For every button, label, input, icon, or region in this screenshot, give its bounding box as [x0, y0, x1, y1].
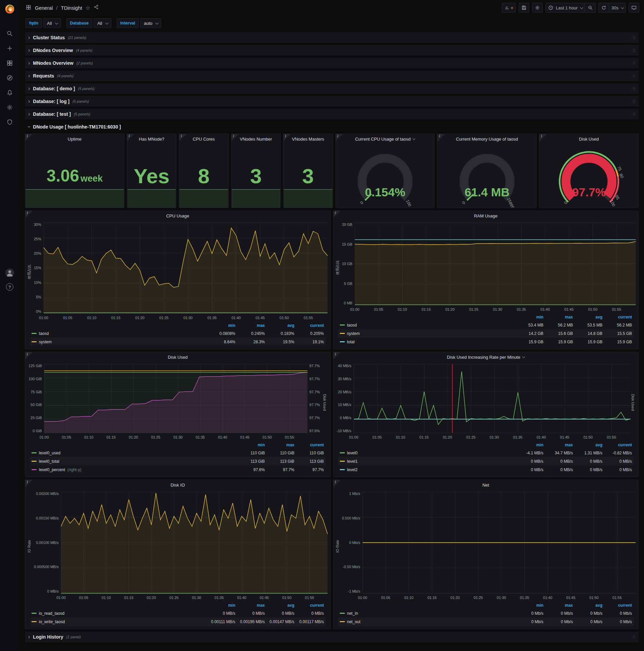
legend-row[interactable]: level0_total113 GiB113 GiB113 GiB — [30, 457, 326, 465]
chart-row-1: i CPU Usage 使用占比 30%25%20%15%10%5%0% 01:… — [25, 210, 639, 349]
drag-handle-icon[interactable]: ⠿ — [632, 112, 635, 117]
panel-title[interactable]: Current Memory Usage of taosd — [438, 134, 536, 144]
legend-row[interactable]: level0_used110 GiB110 GiB110 GiB — [30, 448, 326, 457]
panel-title[interactable]: Disk IO — [25, 480, 330, 490]
chevron-right-icon: › — [28, 73, 30, 79]
time-range-label: Last 1 hour — [556, 5, 578, 10]
drag-handle-icon[interactable]: ⠿ — [632, 73, 635, 79]
legend-row[interactable]: taosd53.4 MB56.2 MB53.5 MB56.2 MB — [338, 321, 634, 329]
row-requests[interactable]: ›Requests(4 panels)⠿ — [25, 70, 639, 81]
legend[interactable]: minmaxavgcurrentnet_in0 Mb/s0 Mb/s0 Mb/s… — [333, 601, 639, 629]
panel-title[interactable]: VNodes Masters — [283, 134, 332, 144]
drag-handle-icon[interactable]: ⠿ — [632, 99, 635, 104]
legend-row[interactable]: system14.2 GB15.6 GB14.8 GB15.5 GB — [338, 329, 634, 338]
row-cluster-status[interactable]: ›Cluster Status(21 panels)⠿ — [25, 32, 639, 43]
panel-title[interactable]: Current CPU Usage of taosd — [336, 134, 435, 144]
drag-handle-icon[interactable]: ⠿ — [632, 48, 635, 53]
panel-title[interactable]: CPU Usage — [25, 211, 330, 221]
panel-title[interactable]: Net — [333, 480, 639, 490]
panel-title[interactable]: Disk Used — [539, 134, 638, 144]
legend[interactable]: minmaxcurrentlevel0_used110 GiB110 GiB11… — [25, 440, 330, 477]
variable-fqdn-value[interactable]: All — [43, 18, 61, 28]
star-icon[interactable]: ☆ — [86, 5, 90, 11]
drag-handle-icon[interactable]: ⠿ — [632, 35, 635, 40]
search-icon[interactable] — [6, 30, 14, 38]
legend-row[interactable]: total15.9 GB15.9 GB15.9 GB15.9 GB — [338, 338, 634, 346]
legend-row[interactable]: net_in0 Mb/s0 Mb/s0 Mb/s0 Mb/s — [338, 609, 634, 617]
cycle-view-mode-button[interactable] — [629, 3, 639, 13]
create-plus-icon[interactable] — [6, 44, 14, 52]
panel-menu-caret-icon[interactable] — [413, 137, 415, 140]
refresh-interval-picker[interactable]: 30s — [609, 3, 626, 13]
refresh-button[interactable] — [599, 3, 609, 13]
plot-area[interactable] — [362, 492, 636, 593]
variable-interval-value[interactable]: auto — [140, 18, 161, 28]
explore-compass-icon[interactable] — [6, 74, 14, 82]
row-database-test[interactable]: ›Database: [ test ](5 panels)⠿ — [25, 109, 639, 120]
row-dnode-usage[interactable]: ›DNode Usage [ huolinhe-TM1701:6030 ] — [25, 122, 639, 132]
row-mnodes-overview[interactable]: ›MNodes Overview(2 panels)⠿ — [25, 58, 639, 68]
plot-area[interactable] — [43, 223, 327, 313]
legend[interactable]: minmaxavgcurrentio_read_taosd0 MB/s0 MB/… — [25, 601, 330, 629]
alerting-bell-icon[interactable] — [6, 89, 14, 97]
legend-row[interactable]: io_write_taosd0.00111 MB/s0.00195 MB/s0.… — [30, 617, 326, 626]
legend[interactable]: minmaxavgcurrenttaosd0.0808%0.245%0.183%… — [25, 321, 330, 349]
plot-area[interactable] — [354, 364, 630, 433]
sidebar: ? — [0, 0, 20, 651]
drag-handle-icon[interactable]: ⠿ — [632, 634, 635, 640]
plot-area[interactable] — [44, 364, 308, 433]
panel-title[interactable]: Has MNode? — [127, 134, 176, 144]
legend-row[interactable]: level0_percent (right-y)97.6%97.7%97.7% — [30, 465, 326, 474]
admin-shield-icon[interactable] — [6, 118, 14, 126]
chevron-down-icon — [55, 21, 58, 25]
dashboard-settings-button[interactable] — [532, 3, 543, 13]
plot-area[interactable] — [355, 223, 636, 305]
legend-row[interactable]: io_read_taosd0 MB/s0 MB/s0 MB/s0 MB/s — [30, 609, 326, 617]
zoom-out-time-button[interactable] — [585, 3, 596, 13]
breadcrumb-folder[interactable]: General — [35, 5, 53, 11]
plot-area[interactable] — [61, 492, 328, 593]
time-range-picker[interactable]: Last 1 hour — [545, 3, 585, 13]
sparkline — [180, 189, 228, 208]
legend-row[interactable]: system8.64%28.3%19.5%19.1% — [30, 338, 326, 346]
legend-series-color — [32, 452, 37, 453]
panel-title[interactable]: Uptime — [25, 134, 124, 144]
variable-database-value[interactable]: All — [94, 18, 111, 28]
row-login-history[interactable]: ›Login History(1 panel)⠿ — [25, 631, 639, 642]
disk-used-gauge: 075809510097.7% — [539, 144, 638, 208]
configuration-gear-icon[interactable] — [6, 103, 14, 112]
panel-title[interactable]: VNodes Number — [231, 134, 281, 144]
row-database-log[interactable]: ›Database: [ log ](5 panels)⠿ — [25, 96, 639, 107]
legend-row[interactable]: level10 MB/s0 MB/s0 MB/s0 MB/s — [338, 457, 634, 465]
add-panel-button[interactable]: + — [502, 3, 516, 13]
legend-row[interactable]: level20 MB/s0 MB/s0 MB/s0 MB/s — [338, 465, 634, 474]
breadcrumb: General / TDinsight ☆ — [26, 4, 99, 11]
user-avatar[interactable] — [5, 269, 14, 277]
drag-handle-icon[interactable]: ⠿ — [632, 61, 635, 66]
row-database-demo[interactable]: ›Database: [ demo ](5 panels)⠿ — [25, 83, 639, 94]
panel-title[interactable]: CPU Cores — [179, 134, 228, 144]
share-icon[interactable] — [94, 4, 99, 11]
legend-row[interactable]: net_out0 Mb/s0 Mb/s0 Mb/s0 Mb/s — [338, 617, 634, 626]
panel-title[interactable]: Disk Used — [25, 352, 330, 362]
panel-menu-caret-icon[interactable] — [522, 355, 525, 358]
panel-title[interactable]: RAM Usage — [333, 211, 639, 221]
row-dnodes-overview[interactable]: ›DNodes Overview(4 panels)⠿ — [25, 45, 639, 56]
legend-row[interactable]: taosd0.0808%0.245%0.183%0.205% — [30, 329, 326, 338]
x-axis-ticks: 01:0001:0501:1001:1501:2001:2501:3001:35… — [355, 305, 636, 312]
grafana-logo-icon[interactable] — [3, 3, 16, 16]
panel-title[interactable]: Disk Used Increasing Rate per Minute — [333, 352, 639, 362]
panel-cpu-cores: i CPU Cores 8 — [179, 133, 228, 208]
chevron-down-icon — [155, 21, 159, 25]
legend-row[interactable]: level0-4.1 MB/s34.7 MB/s1.31 MB/s-0.82 M… — [338, 448, 634, 457]
help-icon[interactable]: ? — [6, 283, 13, 290]
dashboard-title[interactable]: TDinsight — [61, 5, 82, 11]
legend[interactable]: minmaxavgcurrentlevel0-4.1 MB/s34.7 MB/s… — [333, 440, 639, 477]
legend-series-color — [32, 621, 37, 622]
legend[interactable]: minmaxavgcurrenttaosd53.4 MB56.2 MB53.5 … — [333, 312, 639, 349]
drag-handle-icon[interactable]: ⠿ — [632, 86, 635, 91]
save-dashboard-button[interactable] — [519, 3, 529, 13]
breadcrumb-separator: / — [56, 5, 57, 11]
dashboards-icon[interactable] — [6, 59, 14, 67]
panel-cpu-usage: i CPU Usage 使用占比 30%25%20%15%10%5%0% 01:… — [25, 210, 331, 349]
